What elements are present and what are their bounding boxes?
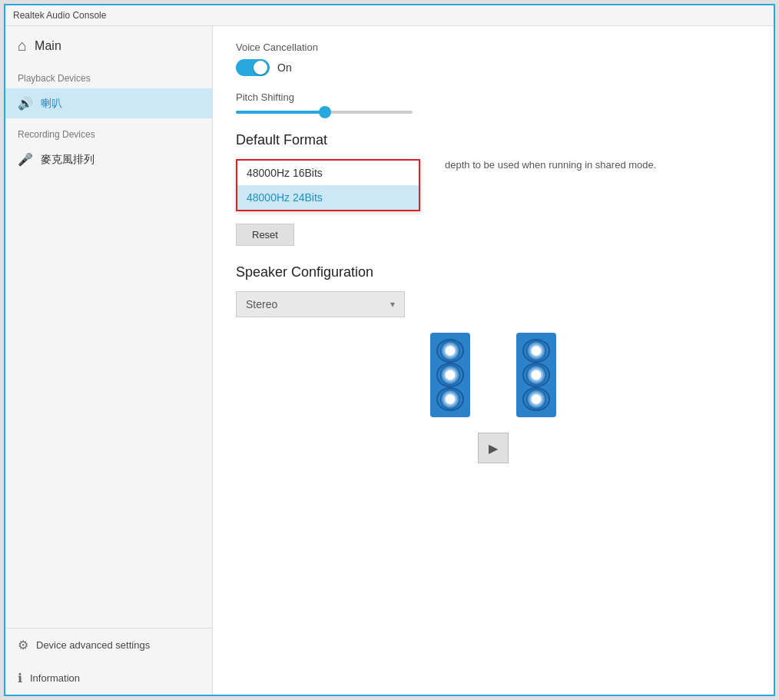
speaker-driver-right-bot	[522, 387, 550, 411]
format-option-24bit[interactable]: 48000Hz 24Bits	[237, 185, 419, 210]
recording-section-label: Recording Devices	[5, 118, 212, 144]
format-row: 48000Hz 16Bits 48000Hz 24Bits depth to b…	[236, 159, 751, 211]
app-title: Realtek Audio Console	[13, 10, 106, 21]
format-dropdown-container: 48000Hz 16Bits 48000Hz 24Bits	[236, 159, 420, 211]
speaker-driver-right-top	[522, 339, 550, 363]
information-label: Information	[30, 672, 80, 684]
settings-icon: ⚙	[18, 638, 28, 652]
sidebar-bottom: ⚙ Device advanced settings ℹ Information	[5, 628, 212, 695]
speaker-configuration-section: Speaker Configuration Stereo ▾	[236, 264, 751, 463]
speaker-select-value: Stereo	[246, 298, 277, 310]
voice-cancellation-toggle[interactable]	[236, 59, 270, 76]
toggle-state-label: On	[277, 61, 292, 74]
pitch-shifting-label: Pitch Shifting	[236, 91, 751, 103]
information-item[interactable]: ℹ Information	[5, 662, 212, 695]
speaker-config-title: Speaker Configuration	[236, 264, 751, 280]
pitch-shifting-section: Pitch Shifting	[236, 91, 751, 114]
speaker-illustration	[236, 333, 751, 417]
slider-thumb[interactable]	[319, 106, 331, 118]
format-description: depth to be used when running in shared …	[445, 159, 656, 171]
speaker-config-select[interactable]: Stereo ▾	[236, 291, 405, 317]
sidebar: ⌂ Main Playback Devices 🔊 喇叭 Recording D…	[5, 26, 213, 695]
voice-cancellation-toggle-row: On	[236, 59, 751, 76]
main-content: Voice Cancellation On Pitch Shifting	[213, 26, 774, 695]
app-window: Realtek Audio Console ⌂ Main Playback De…	[4, 4, 775, 696]
play-icon: ▶	[489, 441, 498, 456]
speaker-driver-left-bot	[436, 387, 464, 411]
device-advanced-settings-item[interactable]: ⚙ Device advanced settings	[5, 629, 212, 662]
playback-section-label: Playback Devices	[5, 62, 212, 88]
sidebar-item-speakers[interactable]: 🔊 喇叭	[5, 88, 212, 118]
home-icon: ⌂	[18, 37, 27, 55]
toggle-thumb	[254, 61, 267, 75]
default-format-section: Default Format 48000Hz 16Bits 48000Hz 24…	[236, 132, 751, 246]
reset-button[interactable]: Reset	[236, 224, 294, 246]
chevron-down-icon: ▾	[390, 299, 395, 310]
slider-fill	[236, 111, 324, 114]
speaker-right	[516, 333, 556, 417]
title-bar: Realtek Audio Console	[5, 5, 774, 26]
play-button-row: ▶	[236, 433, 751, 463]
pitch-slider-track[interactable]	[236, 111, 413, 114]
sidebar-main-label: Main	[35, 39, 61, 53]
format-dropdown[interactable]: 48000Hz 16Bits 48000Hz 24Bits	[236, 159, 420, 211]
sidebar-item-microphone[interactable]: 🎤 麥克風排列	[5, 144, 212, 174]
info-icon: ℹ	[18, 671, 22, 685]
voice-cancellation-section: Voice Cancellation On	[236, 41, 751, 76]
speaker-icon: 🔊	[18, 96, 33, 111]
format-option-16bit[interactable]: 48000Hz 16Bits	[237, 161, 419, 185]
speaker-driver-left-top	[436, 339, 464, 363]
play-button[interactable]: ▶	[478, 433, 509, 463]
default-format-title: Default Format	[236, 132, 751, 148]
speaker-driver-left-mid	[436, 363, 464, 386]
speaker-left	[430, 333, 470, 417]
voice-cancellation-label: Voice Cancellation	[236, 41, 751, 53]
device-advanced-settings-label: Device advanced settings	[36, 639, 150, 651]
speaker-driver-right-mid	[522, 363, 550, 386]
microphone-label: 麥克風排列	[41, 153, 94, 167]
microphone-icon: 🎤	[18, 152, 33, 167]
speaker-label: 喇叭	[41, 97, 62, 111]
sidebar-item-main[interactable]: ⌂ Main	[5, 26, 212, 62]
